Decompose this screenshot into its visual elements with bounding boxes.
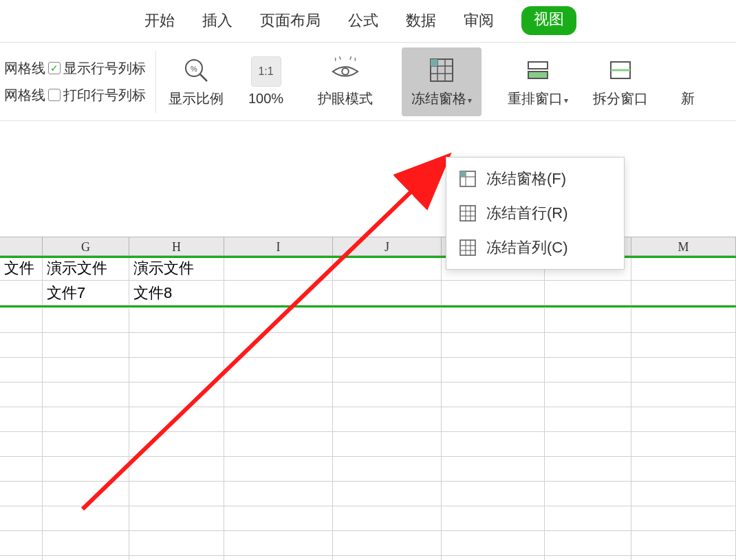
empty-cell[interactable]	[333, 333, 442, 358]
split-window-button[interactable]: 拆分窗口	[583, 47, 658, 116]
empty-cell[interactable]	[0, 333, 43, 358]
cell-j2[interactable]	[333, 281, 442, 305]
empty-cell[interactable]	[333, 358, 442, 383]
zoom-button[interactable]: % 显示比例	[159, 47, 233, 116]
dropdown-freeze-row[interactable]: 冻结首行(R)	[446, 196, 624, 230]
empty-cell[interactable]	[224, 531, 333, 556]
empty-cell[interactable]	[129, 556, 224, 560]
empty-cell[interactable]	[442, 407, 545, 432]
empty-cell[interactable]	[442, 457, 545, 482]
empty-cell[interactable]	[129, 531, 224, 556]
empty-cell[interactable]	[224, 556, 333, 560]
empty-cell[interactable]	[333, 432, 442, 457]
empty-cell[interactable]	[0, 506, 43, 531]
empty-cell[interactable]	[545, 432, 631, 457]
empty-cell[interactable]	[0, 457, 43, 482]
empty-cell[interactable]	[224, 333, 333, 358]
empty-cell[interactable]	[442, 432, 545, 457]
empty-cell[interactable]	[545, 556, 631, 560]
empty-cell[interactable]	[545, 383, 631, 407]
cell-i1[interactable]	[224, 256, 333, 281]
empty-cell[interactable]	[43, 407, 129, 432]
empty-cell[interactable]	[442, 506, 545, 531]
tab-start[interactable]: 开始	[144, 6, 175, 35]
empty-cell[interactable]	[0, 531, 43, 556]
cell-g1[interactable]: 演示文件	[43, 256, 129, 281]
empty-cell[interactable]	[545, 531, 631, 556]
empty-cell[interactable]	[224, 383, 333, 407]
empty-cell[interactable]	[545, 308, 631, 333]
checkbox-print-rowcol[interactable]	[48, 89, 61, 101]
col-header-m[interactable]: M	[631, 237, 736, 255]
cell-g2[interactable]: 文件7	[43, 281, 129, 305]
empty-cell[interactable]	[442, 358, 545, 383]
col-header-h[interactable]: H	[129, 237, 224, 255]
empty-cell[interactable]	[43, 308, 129, 333]
empty-cell[interactable]	[333, 407, 442, 432]
empty-cell[interactable]	[43, 432, 129, 457]
cell-m1[interactable]	[631, 256, 736, 281]
empty-cell[interactable]	[631, 482, 736, 506]
tab-data[interactable]: 数据	[406, 6, 436, 35]
zoom-100-button[interactable]: 1:1 100%	[239, 47, 293, 116]
empty-cell[interactable]	[129, 457, 224, 482]
empty-cell[interactable]	[545, 457, 631, 482]
col-header-i[interactable]: I	[224, 237, 333, 255]
cell-f2[interactable]	[0, 281, 43, 305]
empty-cell[interactable]	[43, 457, 129, 482]
cell-h1[interactable]: 演示文件	[129, 256, 224, 281]
empty-cell[interactable]	[631, 506, 736, 531]
empty-cell[interactable]	[0, 358, 43, 383]
empty-grid[interactable]	[0, 308, 736, 560]
empty-cell[interactable]	[0, 383, 43, 407]
freeze-panes-button[interactable]: 冻结窗格▾	[402, 47, 481, 116]
tab-review[interactable]: 审阅	[464, 6, 494, 35]
cell-j1[interactable]	[333, 256, 442, 281]
empty-cell[interactable]	[224, 432, 333, 457]
empty-cell[interactable]	[43, 531, 129, 556]
empty-cell[interactable]	[129, 506, 224, 531]
empty-cell[interactable]	[631, 383, 736, 407]
cell-i2[interactable]	[224, 281, 333, 305]
tab-view[interactable]: 视图	[521, 6, 576, 35]
cell-l2[interactable]	[545, 281, 631, 305]
tab-insert[interactable]: 插入	[202, 6, 232, 35]
empty-cell[interactable]	[442, 383, 545, 407]
empty-cell[interactable]	[43, 556, 129, 560]
empty-cell[interactable]	[0, 432, 43, 457]
empty-cell[interactable]	[545, 407, 631, 432]
empty-cell[interactable]	[442, 333, 545, 358]
empty-cell[interactable]	[631, 432, 736, 457]
col-header-j[interactable]: J	[333, 237, 442, 255]
empty-cell[interactable]	[545, 506, 631, 531]
empty-cell[interactable]	[333, 531, 442, 556]
empty-cell[interactable]	[442, 482, 545, 506]
col-header-f-partial[interactable]	[0, 237, 43, 255]
empty-cell[interactable]	[43, 482, 129, 506]
empty-cell[interactable]	[224, 506, 333, 531]
tab-formula[interactable]: 公式	[348, 6, 378, 35]
cell-m2[interactable]	[631, 281, 736, 305]
empty-cell[interactable]	[333, 457, 442, 482]
dropdown-freeze-col[interactable]: 冻结首列(C)	[446, 230, 624, 265]
empty-cell[interactable]	[442, 308, 545, 333]
empty-cell[interactable]	[0, 556, 43, 560]
empty-cell[interactable]	[333, 506, 442, 531]
empty-cell[interactable]	[0, 308, 43, 333]
empty-cell[interactable]	[43, 383, 129, 407]
empty-cell[interactable]	[129, 482, 224, 506]
empty-cell[interactable]	[631, 531, 736, 556]
empty-cell[interactable]	[545, 358, 631, 383]
empty-cell[interactable]	[333, 308, 442, 333]
empty-cell[interactable]	[224, 407, 333, 432]
rearrange-window-button[interactable]: 重排窗口▾	[498, 47, 578, 116]
empty-cell[interactable]	[631, 358, 736, 383]
eye-mode-button[interactable]: 护眼模式	[308, 47, 382, 116]
empty-cell[interactable]	[224, 308, 333, 333]
empty-cell[interactable]	[631, 457, 736, 482]
col-header-g[interactable]: G	[43, 237, 129, 255]
empty-cell[interactable]	[43, 358, 129, 383]
empty-cell[interactable]	[333, 556, 442, 560]
tab-layout[interactable]: 页面布局	[260, 6, 321, 35]
empty-cell[interactable]	[129, 432, 224, 457]
